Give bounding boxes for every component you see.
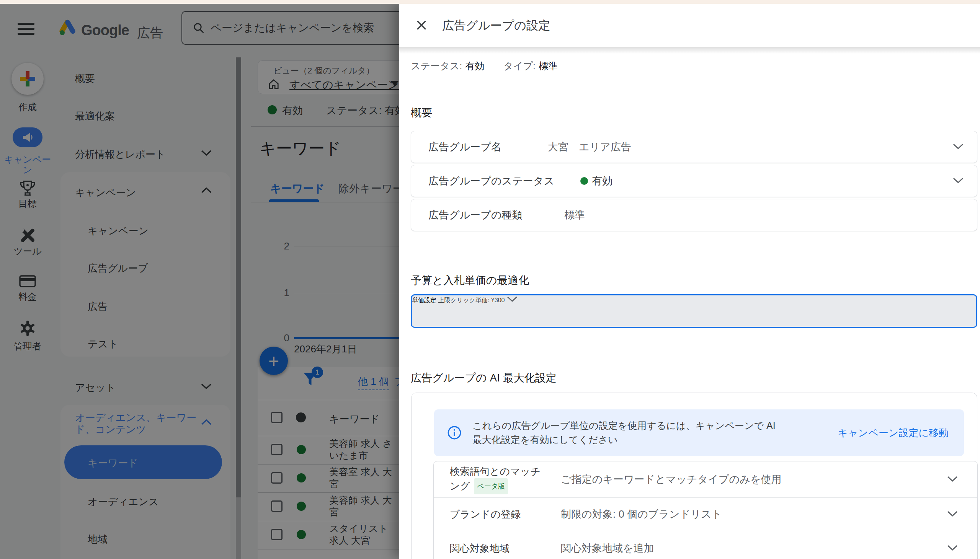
row-label: 関心対象地域 [450, 541, 542, 555]
divider [399, 79, 980, 79]
row-search-term-matching[interactable]: 検索語句とのマッチングベータ版 ご指定のキーワードとマッチタイプのみを使用 [434, 461, 977, 498]
row-value: 上限クリック単価: ¥300 [438, 297, 505, 303]
row-label: 広告グループの種類 [429, 208, 523, 222]
status-label: ステータス: [411, 60, 462, 72]
ad-group-settings-panel: 広告グループの設定 ステータス: 有効 タイプ: 標準 概要 広告グループ名 大… [399, 4, 980, 559]
beta-badge: ベータ版 [474, 478, 508, 495]
type-label: タイプ: [503, 60, 536, 72]
status-value: 有効 [465, 60, 484, 72]
panel-status-line: ステータス: 有効 タイプ: 標準 [411, 60, 558, 72]
chevron-down-icon[interactable] [947, 475, 958, 482]
row-ad-group-status[interactable]: 広告グループのステータス 有効 [411, 165, 977, 197]
section-heading-budget: 予算と入札単価の最適化 [411, 273, 529, 288]
ai-max-settings-card: これらの広告グループ単位の設定を使用するには、キャンペーンで AI 最大化設定を… [411, 392, 977, 559]
chevron-down-icon[interactable] [947, 510, 958, 517]
close-icon[interactable] [416, 19, 428, 31]
panel-title: 広告グループの設定 [442, 18, 550, 34]
row-value: 関心対象地域を追加 [561, 541, 654, 555]
row-ad-group-type[interactable]: 広告グループの種類 標準 [411, 199, 977, 231]
row-brand-registration[interactable]: ブランドの登録 制限の対象: 0 個のブランドリスト [434, 498, 977, 531]
row-value: ご指定のキーワードとマッチタイプのみを使用 [561, 473, 782, 486]
row-label: ブランドの登録 [450, 507, 542, 521]
type-value: 標準 [539, 60, 558, 72]
section-heading-ai-max: 広告グループの AI 最大化設定 [411, 371, 556, 385]
info-icon [447, 425, 462, 440]
chevron-down-icon[interactable] [507, 295, 518, 302]
row-ad-group-name[interactable]: 広告グループ名 大宮 エリア広告 [411, 131, 977, 163]
chevron-down-icon[interactable] [952, 143, 964, 150]
row-value: 標準 [564, 208, 585, 222]
info-banner: これらの広告グループ単位の設定を使用するには、キャンペーンで AI 最大化設定を… [434, 409, 964, 456]
row-locations-of-interest[interactable]: 関心対象地域 関心対象地域を追加 [434, 531, 977, 559]
chevron-down-icon[interactable] [947, 544, 958, 551]
row-label: 広告グループのステータス [429, 174, 554, 188]
section-heading-overview: 概要 [411, 106, 432, 120]
enabled-status-dot [580, 177, 588, 185]
row-value: 大宮 エリア広告 [548, 140, 631, 154]
info-banner-text: これらの広告グループ単位の設定を使用するには、キャンペーンで AI 最大化設定を… [472, 418, 779, 447]
row-bid-setting-focused[interactable]: 単価設定 上限クリック単価: ¥300 [411, 294, 977, 328]
chevron-down-icon[interactable] [952, 177, 964, 184]
row-value: 有効 [580, 174, 612, 188]
google-ads-app: Google 広告 作成 キャンペーン [0, 0, 980, 559]
window-top-strip [0, 0, 980, 4]
ai-settings-rows: 検索語句とのマッチングベータ版 ご指定のキーワードとマッチタイプのみを使用 ブラ… [433, 461, 978, 559]
header-shadow [399, 47, 980, 54]
row-label: 単価設定 [412, 297, 436, 303]
go-to-campaign-settings-link[interactable]: キャンペーン設定に移動 [838, 426, 949, 440]
row-label: 検索語句とのマッチングベータ版 [450, 465, 542, 495]
row-value: 制限の対象: 0 個のブランドリスト [561, 507, 722, 521]
row-label: 広告グループ名 [429, 140, 502, 154]
